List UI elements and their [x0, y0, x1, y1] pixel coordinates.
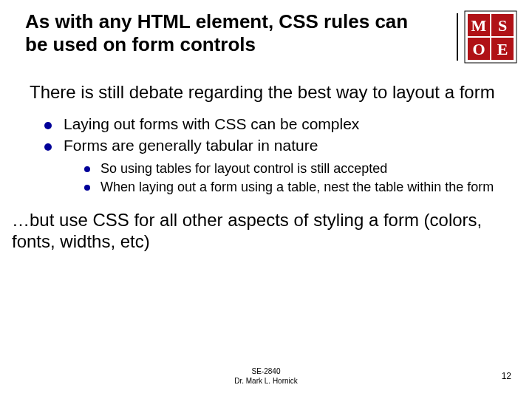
list-item-text: Forms are generally tabular in nature — [64, 137, 318, 154]
closing-text: …but use CSS for all other aspects of st… — [12, 209, 508, 253]
list-item-text: So using tables for layout control is st… — [100, 161, 387, 176]
list-item-text: Laying out forms with CSS can be complex — [64, 115, 359, 132]
bullet-list-level2: So using tables for layout control is st… — [84, 160, 508, 196]
lead-text: There is still debate regarding the best… — [30, 81, 508, 103]
list-item: When laying out a form using a table, ne… — [84, 179, 508, 196]
svg-text:O: O — [472, 40, 485, 58]
list-item-text: When laying out a form using a table, ne… — [100, 180, 494, 194]
footer-course: SE-2840 — [0, 367, 532, 377]
slide: As with any HTML element, CSS rules can … — [0, 0, 532, 399]
logo-divider — [457, 13, 458, 61]
bullet-list-level1: Laying out forms with CSS can be complex… — [44, 115, 508, 196]
slide-body: There is still debate regarding the best… — [30, 81, 508, 253]
footer-center: SE-2840 Dr. Mark L. Hornick — [0, 367, 532, 386]
list-item: Laying out forms with CSS can be complex — [44, 115, 508, 134]
slide-title: As with any HTML element, CSS rules can … — [25, 10, 424, 55]
list-item: Forms are generally tabular in nature So… — [44, 136, 508, 196]
svg-text:M: M — [471, 16, 487, 35]
page-number: 12 — [502, 371, 511, 381]
svg-text:S: S — [498, 16, 507, 35]
list-item: So using tables for layout control is st… — [84, 160, 508, 177]
footer-author: Dr. Mark L. Hornick — [0, 377, 532, 386]
msoe-logo: M S O E — [464, 10, 517, 64]
svg-text:E: E — [497, 40, 508, 58]
